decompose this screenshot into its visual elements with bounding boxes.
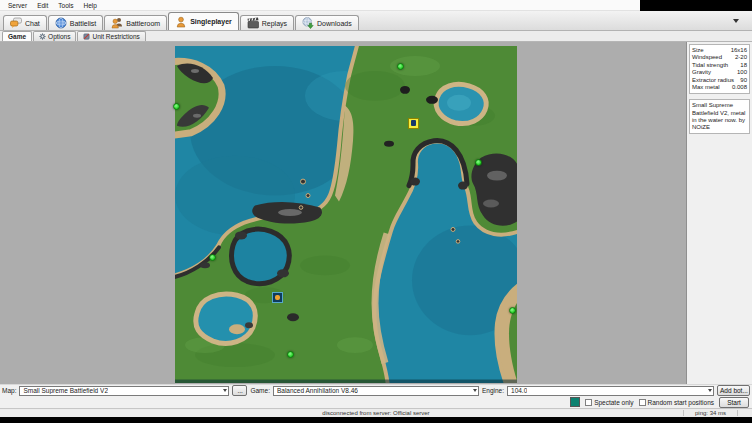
chat-bubbles-icon [10,17,22,29]
options-icon [39,33,46,40]
checkbox-box[interactable] [585,399,592,406]
subtab-label: Unit Restrictions [92,33,139,40]
menu-tools[interactable]: Tools [53,2,78,9]
tab-label: Downloads [317,20,352,27]
map-preview[interactable] [175,46,517,383]
menu-bar-inner: Server Edit Tools Help [0,0,640,11]
player-color-button[interactable] [570,397,580,407]
tab-label: Battleroom [126,20,160,27]
dropdown-arrow-icon [708,389,712,392]
engine-label: Engine: [482,387,504,394]
bot-marker[interactable] [272,292,283,303]
users-icon [111,17,123,29]
tab-singleplayer[interactable]: Singleplayer [168,12,239,30]
selected-start-marker[interactable] [408,118,419,129]
start-position-marker[interactable] [509,307,516,314]
menu-help[interactable]: Help [79,2,102,9]
subtab-unit-restrictions[interactable]: Unit Restrictions [77,31,145,41]
globe-icon [55,17,67,29]
info-label: Extractor radius [692,77,734,84]
tab-label: Chat [25,20,40,27]
random-start-positions-checkbox[interactable]: Random start positions [639,399,714,406]
start-position-marker[interactable] [475,159,482,166]
tab-battleroom[interactable]: Battleroom [104,15,167,30]
tab-downloads[interactable]: Downloads [295,15,359,30]
tab-label: Singleplayer [190,18,232,25]
spectate-only-checkbox[interactable]: Spectate only [585,399,633,406]
menu-edit[interactable]: Edit [32,2,53,9]
info-value: 16x16 [731,47,747,54]
map-info-panel: Size16x16 Windspeed2-20 Tidal strength18… [686,42,752,384]
game-label: Game: [250,387,270,394]
tab-label: Replays [262,20,287,27]
tab-battlelist[interactable]: Battlelist [48,15,103,30]
dropdown-arrow-icon [473,389,477,392]
ping-indicator: ping: 34 ms [684,410,737,416]
clapperboard-icon [247,17,259,29]
map-select-value: Small Supreme Battlefield V2 [23,387,108,394]
game-selection-row: Map: Small Supreme Battlefield V2 ... Ga… [0,384,752,396]
map-label: Map: [2,387,16,394]
application-window: Server Edit Tools Help Chat Battlelist B… [0,0,752,423]
download-globe-icon [302,17,314,29]
info-label: Size [692,47,704,54]
start-position-marker[interactable] [173,103,180,110]
battle-setup-area: Size16x16 Windspeed2-20 Tidal strength18… [0,42,752,384]
add-bot-button[interactable]: Add bot... [717,385,750,396]
info-label: Tidal strength [692,62,728,69]
tab-label: Battlelist [70,20,96,27]
start-button[interactable]: Start [719,397,749,408]
checkbox-label: Random start positions [648,399,714,406]
start-options-row: Spectate only Random start positions Sta… [0,396,752,408]
engine-select[interactable]: 104.0 [507,386,714,396]
info-value: 2-20 [735,54,747,61]
dropdown-arrow-icon [223,389,227,392]
sub-tab-bar: Game Options Unit Restrictions [0,31,752,42]
info-value: 90 [740,77,747,84]
tab-overflow-button[interactable] [733,19,739,23]
info-value: 0.008 [732,84,747,91]
game-select[interactable]: Balanced Annihilation V8.46 [273,386,479,396]
checkbox-label: Spectate only [594,399,633,406]
menu-bar: Server Edit Tools Help [0,0,752,11]
map-select[interactable]: Small Supreme Battlefield V2 [19,386,229,396]
map-browse-button[interactable]: ... [232,385,247,396]
info-label: Windspeed [692,54,722,61]
map-terrain-image [175,46,517,383]
status-divider [737,410,738,416]
info-label: Gravity [692,69,711,76]
engine-select-value: 104.0 [511,387,527,394]
subtab-label: Game [8,33,26,40]
info-label: Max metal [692,84,720,91]
subtab-options[interactable]: Options [33,31,76,41]
start-position-marker[interactable] [209,254,216,261]
main-tab-bar: Chat Battlelist Battleroom Singleplayer … [0,11,752,31]
start-position-marker[interactable] [287,351,294,358]
unit-restrictions-icon [83,33,90,40]
tab-replays[interactable]: Replays [240,15,294,30]
status-bar: disconnected from server: Official serve… [0,408,752,417]
map-info-box: Size16x16 Windspeed2-20 Tidal strength18… [689,44,750,94]
info-value: 18 [740,62,747,69]
start-position-marker[interactable] [397,63,404,70]
info-value: 100 [737,69,747,76]
screen-edge [0,417,752,423]
checkbox-box[interactable] [639,399,646,406]
status-message: disconnected from server: Official serve… [0,410,752,416]
map-description: Small Supreme Battlefield V2, metal in t… [689,99,750,134]
menu-server[interactable]: Server [3,2,32,9]
user-icon [175,16,187,28]
subtab-label: Options [48,33,70,40]
tab-chat[interactable]: Chat [3,15,47,30]
subtab-game[interactable]: Game [2,31,32,41]
game-select-value: Balanced Annihilation V8.46 [277,387,358,394]
